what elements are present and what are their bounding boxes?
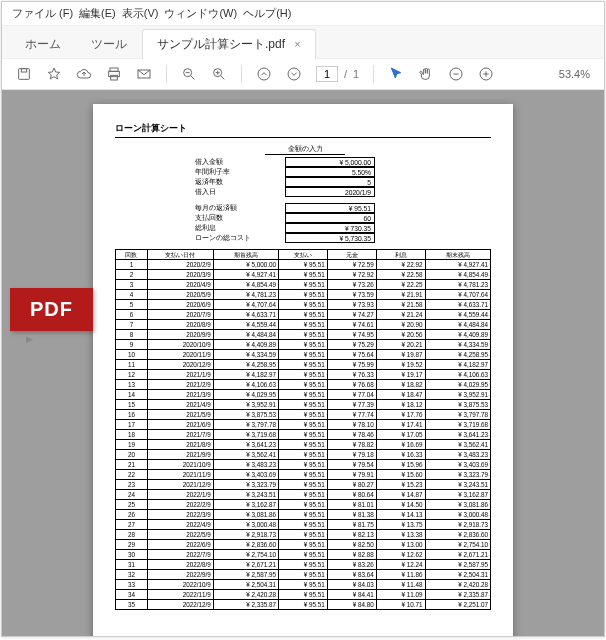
table-cell: 2022/4/9 (147, 520, 213, 530)
table-cell: 2022/12/9 (147, 600, 213, 610)
table-cell: 2021/2/9 (147, 380, 213, 390)
table-row: 212021/10/9¥ 3,483.23¥ 95.51¥ 79.54¥ 15.… (116, 460, 491, 470)
table-cell: ¥ 78.46 (327, 430, 376, 440)
zoom-level[interactable]: 53.4% (559, 68, 590, 80)
table-row: 82020/9/9¥ 4,484.84¥ 95.51¥ 74.95¥ 20.56… (116, 330, 491, 340)
table-row: 242022/1/9¥ 3,243.51¥ 95.51¥ 80.64¥ 14.8… (116, 490, 491, 500)
table-cell: ¥ 95.51 (279, 350, 328, 360)
svg-rect-0 (19, 69, 30, 80)
table-cell: ¥ 4,633.71 (425, 300, 490, 310)
table-cell: ¥ 21.24 (376, 310, 425, 320)
table-cell: 6 (116, 310, 148, 320)
table-row: 92020/10/9¥ 4,409.89¥ 95.51¥ 75.29¥ 20.2… (116, 340, 491, 350)
table-cell: 8 (116, 330, 148, 340)
zoom-out-icon[interactable] (448, 66, 464, 82)
table-cell: ¥ 95.51 (279, 510, 328, 520)
page-down-icon[interactable] (286, 66, 302, 82)
table-cell: ¥ 3,081.86 (213, 510, 278, 520)
table-cell: ¥ 3,875.53 (425, 400, 490, 410)
table-cell: ¥ 2,587.95 (213, 570, 278, 580)
table-cell: ¥ 95.51 (279, 290, 328, 300)
table-cell: 2020/6/9 (147, 300, 213, 310)
table-cell: ¥ 4,334.59 (425, 340, 490, 350)
table-cell: ¥ 3,323.79 (425, 470, 490, 480)
table-row: 52020/6/9¥ 4,707.64¥ 95.51¥ 73.93¥ 21.58… (116, 300, 491, 310)
cloud-upload-icon[interactable] (76, 66, 92, 82)
value-interest: ¥ 730.35 (285, 223, 375, 233)
table-cell: ¥ 16.33 (376, 450, 425, 460)
table-row: 302022/7/9¥ 2,754.10¥ 95.51¥ 82.88¥ 12.6… (116, 550, 491, 560)
table-cell: 2020/11/9 (147, 350, 213, 360)
table-cell: ¥ 95.51 (279, 360, 328, 370)
table-cell: ¥ 13.75 (376, 520, 425, 530)
menu-window[interactable]: ウィンドウ(W) (164, 6, 237, 21)
table-header: 利息 (376, 250, 425, 260)
star-icon[interactable] (46, 66, 62, 82)
table-cell: ¥ 17.05 (376, 430, 425, 440)
table-cell: ¥ 95.51 (279, 410, 328, 420)
page-indicator: / 1 (316, 66, 359, 82)
table-header: 期末残高 (425, 250, 490, 260)
table-cell: ¥ 16.69 (376, 440, 425, 450)
table-cell: ¥ 3,483.23 (425, 450, 490, 460)
table-cell: ¥ 3,000.48 (213, 520, 278, 530)
tab-tool[interactable]: ツール (76, 29, 142, 59)
table-cell: 4 (116, 290, 148, 300)
zoom-in-search-icon[interactable] (211, 66, 227, 82)
table-cell: 2020/8/9 (147, 320, 213, 330)
table-row: 102020/11/9¥ 4,334.59¥ 95.51¥ 75.64¥ 19.… (116, 350, 491, 360)
table-cell: ¥ 4,854.49 (425, 270, 490, 280)
table-cell: ¥ 95.51 (279, 340, 328, 350)
table-cell: ¥ 17.41 (376, 420, 425, 430)
mail-icon[interactable] (136, 66, 152, 82)
table-cell: ¥ 2,754.10 (213, 550, 278, 560)
page-current-input[interactable] (316, 66, 338, 82)
table-cell: ¥ 22.58 (376, 270, 425, 280)
table-cell: 7 (116, 320, 148, 330)
table-cell: ¥ 18.12 (376, 400, 425, 410)
menu-help[interactable]: ヘルプ(H) (243, 6, 291, 21)
table-cell: ¥ 80.27 (327, 480, 376, 490)
table-cell: ¥ 95.51 (279, 370, 328, 380)
table-cell: 2022/11/9 (147, 590, 213, 600)
menu-view[interactable]: 表示(V) (122, 6, 159, 21)
table-cell: ¥ 4,334.59 (213, 350, 278, 360)
table-cell: ¥ 3,403.69 (213, 470, 278, 480)
page-up-icon[interactable] (256, 66, 272, 82)
table-cell: ¥ 95.51 (279, 390, 328, 400)
table-cell: 2020/5/9 (147, 290, 213, 300)
table-row: 232021/12/9¥ 3,323.79¥ 95.51¥ 80.27¥ 15.… (116, 480, 491, 490)
table-cell: ¥ 95.51 (279, 460, 328, 470)
zoom-in-icon[interactable] (478, 66, 494, 82)
table-row: 72020/8/9¥ 4,559.44¥ 95.51¥ 74.61¥ 20.90… (116, 320, 491, 330)
table-cell: ¥ 12.24 (376, 560, 425, 570)
tab-close-icon[interactable]: × (294, 38, 300, 50)
tab-document[interactable]: サンプル計算シート.pdf × (142, 29, 316, 59)
svg-rect-4 (111, 75, 118, 80)
label-date: 借入日 (195, 187, 285, 197)
hand-tool-icon[interactable] (418, 66, 434, 82)
label-total: ローンの総コスト (195, 233, 285, 243)
table-cell: ¥ 2,420.28 (213, 590, 278, 600)
table-cell: ¥ 4,258.95 (425, 350, 490, 360)
table-cell: ¥ 2,671.21 (425, 550, 490, 560)
print-icon[interactable] (106, 66, 122, 82)
table-cell: ¥ 4,029.95 (213, 390, 278, 400)
pointer-tool-icon[interactable] (388, 66, 404, 82)
table-cell: ¥ 20.21 (376, 340, 425, 350)
table-cell: ¥ 76.68 (327, 380, 376, 390)
zoom-out-search-icon[interactable] (181, 66, 197, 82)
table-cell: ¥ 3,952.91 (425, 390, 490, 400)
table-cell: ¥ 2,836.60 (425, 530, 490, 540)
save-icon[interactable] (16, 66, 32, 82)
table-cell: ¥ 2,836.60 (213, 540, 278, 550)
menu-file[interactable]: ファイル (F) (12, 6, 73, 21)
table-cell: 33 (116, 580, 148, 590)
table-cell: 2022/2/9 (147, 500, 213, 510)
table-cell: ¥ 2,918.73 (213, 530, 278, 540)
menu-edit[interactable]: 編集(E) (79, 6, 116, 21)
table-cell: ¥ 73.26 (327, 280, 376, 290)
table-cell: ¥ 95.51 (279, 310, 328, 320)
table-cell: 35 (116, 600, 148, 610)
tab-home[interactable]: ホーム (10, 29, 76, 59)
